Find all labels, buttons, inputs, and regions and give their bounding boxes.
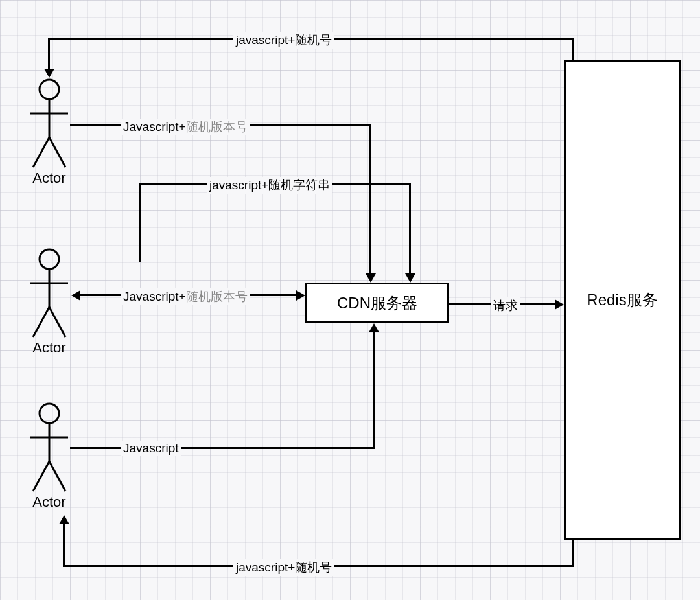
edge-cdn-loop-v2 (409, 183, 411, 273)
svg-line-14 (49, 461, 65, 491)
edge-redis-a1-arrow (44, 69, 54, 78)
edge-actor1-cdn-label: Javascript+随机版本号 (121, 119, 250, 135)
edge-actor2-cdn-label: Javascript+随机版本号 (121, 288, 250, 305)
actor-2-label: Actor (28, 340, 71, 356)
edge-cdn-loop-arrow (405, 273, 415, 283)
actor-icon (28, 78, 71, 168)
edge-redis-a3-label: javascript+随机号 (233, 559, 334, 576)
actor-icon (28, 402, 71, 492)
edge-redis-a3-v1 (572, 540, 574, 567)
node-redis-label: Redis服务 (587, 290, 657, 310)
actor-icon (28, 248, 71, 338)
edge-redis-a3-v2 (63, 524, 65, 567)
edge-actor3-cdn-v (373, 332, 375, 449)
edge-actor2-cdn-arrow-right (296, 290, 305, 301)
actor-1: Actor (28, 78, 71, 187)
node-cdn-label: CDN服务器 (337, 293, 417, 314)
edge-actor3-cdn-label: Javascript (121, 441, 181, 456)
edge-redis-a1-v2 (48, 38, 50, 69)
actor-3: Actor (28, 402, 71, 511)
actor-2: Actor (28, 248, 71, 356)
diagram-canvas: Actor Actor Actor CDN服务器 Redis服务 (0, 0, 700, 600)
actor-3-label: Actor (28, 494, 71, 511)
edge-actor3-cdn-arrow (369, 323, 379, 332)
edge-actor3-cdn-h (70, 447, 375, 449)
svg-line-13 (33, 461, 49, 491)
svg-point-5 (40, 249, 59, 269)
svg-line-3 (33, 137, 49, 167)
svg-point-10 (40, 404, 59, 423)
edge-cdn-redis-label: 请求 (491, 297, 520, 314)
node-redis: Redis服务 (564, 60, 681, 540)
edge-actor1-cdn-arrow (366, 273, 376, 283)
edge-redis-a1-v1 (572, 38, 574, 60)
svg-line-9 (49, 307, 65, 337)
svg-line-4 (49, 137, 65, 167)
svg-line-8 (33, 307, 49, 337)
edge-redis-a1-label: javascript+随机号 (233, 32, 334, 49)
edge-cdn-loop-v1 (139, 183, 141, 262)
edge-cdn-loop-label: javascript+随机字符串 (207, 177, 332, 194)
node-cdn: CDN服务器 (305, 283, 449, 323)
edge-actor2-cdn-arrow-left (71, 290, 80, 301)
edge-cdn-redis-arrow (555, 299, 564, 310)
edge-actor1-cdn-v (369, 124, 371, 273)
svg-point-0 (40, 80, 59, 99)
actor-1-label: Actor (28, 170, 71, 187)
edge-redis-a3-arrow (59, 515, 69, 524)
